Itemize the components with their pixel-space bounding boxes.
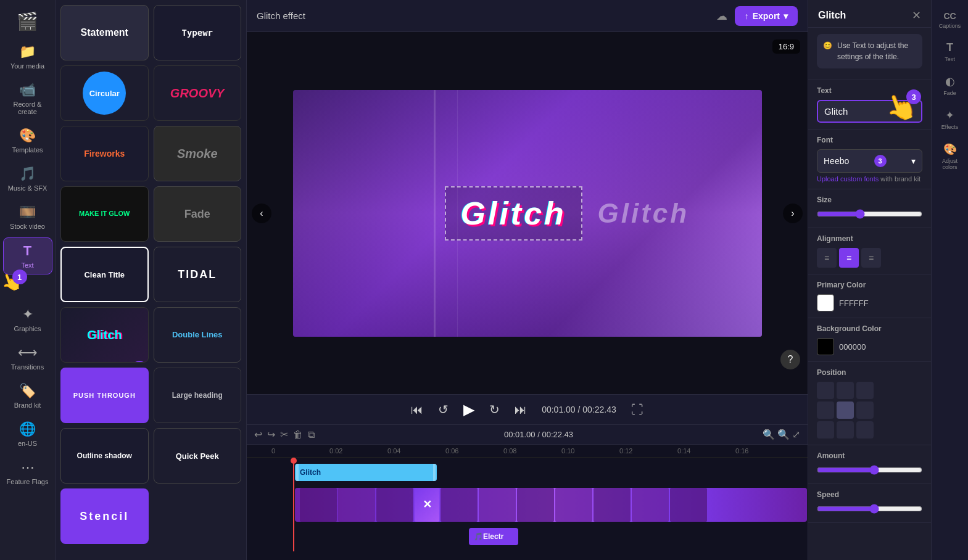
template-card-makeitglow[interactable]: MAKE IT GLOW (60, 186, 149, 242)
transitions-icon: ⟷ (18, 345, 38, 361)
card-label: Glitch (87, 328, 122, 342)
upload-fonts-link[interactable]: Upload custom fonts (817, 175, 879, 183)
text-panel-label: Text (945, 56, 955, 62)
card-label: Statement (81, 27, 128, 38)
sidebar-item-stock-video[interactable]: 🎞️ Stock video (3, 199, 52, 235)
audio-clip[interactable]: 🎵 Electr (469, 528, 518, 545)
fullscreen-button[interactable]: ⛶ (631, 403, 643, 417)
text-panel-item[interactable]: T Text (934, 38, 966, 66)
template-card-typewriter[interactable]: Typewr (154, 5, 242, 60)
sidebar-item-your-media[interactable]: 📁 Your media (3, 39, 52, 75)
video-clip[interactable]: ✕ (295, 488, 807, 522)
timeline-track-text: Glitch (271, 461, 808, 484)
amount-slider[interactable] (817, 465, 922, 475)
tooltip-section: 😊 Use Text to adjust the settings of the… (808, 28, 931, 80)
template-card-outlineshadow[interactable]: Outline shadow (60, 428, 149, 484)
template-card-stencil[interactable]: Stencil (60, 488, 149, 544)
sidebar-item-en-us[interactable]: 🌐 en-US (3, 416, 52, 452)
help-button[interactable]: ? (780, 350, 800, 369)
sidebar-item-transitions[interactable]: ⟷ Transitions (3, 340, 52, 376)
size-slider[interactable] (817, 209, 922, 219)
align-center-button[interactable]: ≡ (839, 248, 859, 268)
ruler-mark-5: 0:10 (561, 447, 619, 455)
cursor-1: 👆 1 (1, 272, 22, 292)
sidebar-item-graphics[interactable]: ✦ Graphics (3, 302, 52, 337)
undo-button[interactable]: ↩ (254, 429, 262, 440)
ruler-mark-0: 0 (271, 447, 329, 455)
zoom-out-button[interactable]: 🔍 (763, 429, 775, 440)
timeline-playhead[interactable] (293, 458, 294, 551)
zoom-in-button[interactable]: 🔍 (777, 429, 790, 440)
sidebar-item-text[interactable]: T Text 👆 1 (3, 237, 52, 274)
sidebar-item-templates[interactable]: 🎨 Templates (3, 123, 52, 159)
sidebar-item-feature-flags[interactable]: ⋯ Feature Flags (3, 455, 52, 490)
preview-nav-left-button[interactable]: ‹ (252, 204, 271, 223)
skip-back-button[interactable]: ⏮ (411, 403, 423, 417)
pos-top-left[interactable] (817, 382, 834, 399)
tooltip-emoji: 😊 (823, 40, 832, 51)
captions-item[interactable]: CC Captions (934, 7, 966, 33)
skip-forward-button[interactable]: ⏭ (515, 403, 527, 417)
template-card-fireworks[interactable]: Fireworks (60, 126, 149, 181)
timeline-area: ↩ ↪ ✂ 🗑 ⧉ 00:01.00 / 00:22.43 🔍 🔍 ⤢ 0 (247, 424, 808, 560)
align-left-button[interactable]: ≡ (817, 248, 837, 268)
sidebar-item-record-create[interactable]: 📹 Record & create (3, 77, 52, 120)
primary-color-row: FFFFFF (817, 294, 922, 311)
sidebar-item-music-sfx[interactable]: 🎵 Music & SFX (3, 161, 52, 197)
pos-top-right[interactable] (856, 382, 874, 399)
font-badge: 3 (874, 155, 887, 167)
template-card-cleantitle[interactable]: Clean Title (60, 247, 149, 302)
size-section: Size (808, 189, 931, 228)
forward-button[interactable]: ↻ (489, 402, 500, 417)
sidebar-item-label: Stock video (10, 223, 45, 230)
template-card-pushthrough[interactable]: PUSH THROUGH (60, 368, 149, 423)
adjust-colors-item[interactable]: 🎨 Adjust colors (934, 139, 966, 174)
template-card-tidal[interactable]: TIDAL (154, 247, 242, 302)
sidebar-item-label: en-US (18, 440, 37, 447)
export-button[interactable]: ↑ Export ▾ (735, 6, 798, 26)
play-button[interactable]: ▶ (463, 401, 474, 418)
template-card-quickpeek[interactable]: Quick Peek (154, 428, 242, 484)
sidebar-logo[interactable]: 🎬 (3, 6, 52, 36)
fade-panel-item[interactable]: ◐ Fade (934, 71, 966, 100)
align-right-button[interactable]: ≡ (861, 248, 881, 268)
duplicate-button[interactable]: ⧉ (308, 429, 315, 440)
pos-mid-center[interactable] (837, 401, 854, 419)
template-card-fade[interactable]: Fade (154, 186, 242, 242)
pos-bot-right[interactable] (856, 421, 874, 439)
close-panel-button[interactable]: ✕ (912, 9, 921, 22)
pos-mid-left[interactable] (817, 401, 834, 419)
playhead-dot (291, 458, 297, 464)
template-card-smoke[interactable]: Smoke (154, 126, 242, 181)
template-card-circular[interactable]: Circular (60, 65, 149, 121)
pos-top-center[interactable] (837, 382, 854, 399)
fit-button[interactable]: ⤢ (792, 429, 800, 440)
sidebar-item-label: Text (21, 261, 33, 269)
speed-slider[interactable] (817, 504, 922, 514)
timeline-time-display: 00:01.00 / 00:22.43 (504, 430, 573, 439)
preview-area: ‹ Glitch Glitch › 16:9 ? (247, 32, 808, 394)
template-card-statement[interactable]: Statement (60, 5, 149, 60)
card-label: Typewr (181, 28, 213, 38)
template-card-largeheading[interactable]: Large heading (154, 368, 242, 423)
pos-mid-right[interactable] (856, 401, 874, 419)
glitch-text-clip[interactable]: Glitch (295, 464, 437, 481)
brand-kit-text: with brand kit (880, 175, 920, 183)
template-card-groovy[interactable]: GROOVY (154, 65, 242, 121)
sidebar-item-brand-kit[interactable]: 🏷️ Brand kit (3, 378, 52, 414)
timeline-total-time: 00:22.43 (542, 430, 573, 439)
bg-color-swatch[interactable] (817, 338, 834, 355)
cut-button[interactable]: ✂ (280, 429, 288, 440)
redo-button[interactable]: ↪ (267, 429, 275, 440)
pos-bot-left[interactable] (817, 421, 834, 439)
template-card-glitch[interactable]: Glitch 👆 2 (60, 307, 149, 363)
export-label: Export (753, 11, 780, 21)
primary-color-swatch[interactable] (817, 294, 834, 311)
delete-button[interactable]: 🗑 (293, 429, 303, 440)
font-selector[interactable]: Heebo 3 ▾ (817, 149, 922, 173)
template-card-doublelines[interactable]: Double Lines (154, 307, 242, 363)
preview-nav-right-button[interactable]: › (783, 204, 803, 223)
pos-bot-center[interactable] (837, 421, 854, 439)
effects-panel-item[interactable]: ✦ Effects (934, 105, 966, 134)
rewind-button[interactable]: ↺ (438, 402, 449, 417)
